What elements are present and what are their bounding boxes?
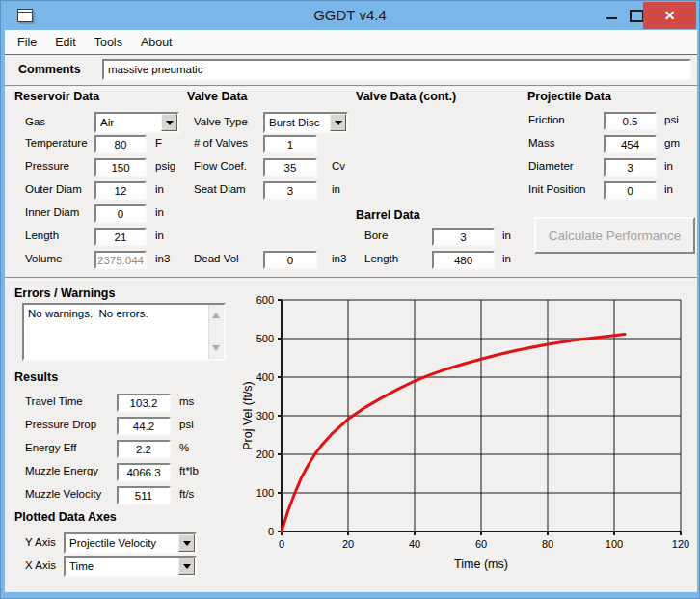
field-label-outer-diam: Outer Diam bbox=[25, 183, 82, 195]
app-window: GGDT v4.4 ✕ File Edit Tools About Commen… bbox=[0, 0, 700, 599]
chevron-down-icon bbox=[183, 564, 191, 573]
field-label-mass: Mass bbox=[528, 137, 554, 149]
chevron-down-icon bbox=[166, 121, 174, 129]
field-input-travel-time[interactable] bbox=[117, 394, 171, 412]
field-label-temperature: Temperature bbox=[25, 137, 88, 149]
menu-edit[interactable]: Edit bbox=[52, 34, 79, 51]
chart-xtick-label: 120 bbox=[672, 538, 689, 550]
field-label-muzzle-velocity: Muzzle Velocity bbox=[25, 488, 101, 500]
chart-ytick-label: 400 bbox=[256, 371, 274, 383]
field-input-init-position[interactable] bbox=[604, 181, 657, 200]
comments-input[interactable] bbox=[102, 59, 691, 80]
field-label-diameter: Diameter bbox=[528, 160, 574, 172]
plotted-data-axes-title: Plotted Data Axes bbox=[14, 510, 117, 524]
menu-bar: File Edit Tools About bbox=[5, 30, 697, 55]
dropdown-arrow-button[interactable] bbox=[330, 114, 346, 131]
field-input-bore[interactable] bbox=[432, 228, 495, 246]
section-title-valve-data-cont: Valve Data (cont.) bbox=[356, 90, 456, 103]
field-input-energy-eff[interactable] bbox=[117, 440, 171, 458]
field-input-inner-diam[interactable] bbox=[94, 204, 147, 223]
chart-y-axis-title: Proj Vel (ft/s) bbox=[241, 381, 255, 450]
field-input-dead-vol[interactable] bbox=[263, 251, 317, 269]
field-unit-muzzle-velocity: ft/s bbox=[179, 488, 194, 500]
field-input-mass[interactable] bbox=[604, 135, 657, 153]
menu-file[interactable]: File bbox=[14, 34, 40, 51]
combo-value-x-axis: Time bbox=[66, 558, 178, 575]
chevron-down-icon bbox=[335, 121, 342, 129]
chart-x-axis-title: Time (ms) bbox=[454, 558, 508, 571]
field-input-flow-coef[interactable] bbox=[263, 158, 317, 177]
field-unit-outer-diam: in bbox=[155, 183, 164, 195]
chart-ytick-label: 600 bbox=[256, 294, 274, 306]
field-input-temperature[interactable] bbox=[94, 135, 147, 153]
field-label-x-axis: X Axis bbox=[25, 559, 56, 571]
field-input-outer-diam[interactable] bbox=[94, 181, 147, 200]
menu-about[interactable]: About bbox=[138, 34, 175, 51]
field-unit-diameter: in bbox=[664, 160, 673, 172]
chart-xtick-label: 20 bbox=[342, 538, 354, 550]
field-input-seat-diam[interactable] bbox=[263, 181, 317, 200]
dropdown-arrow-button[interactable] bbox=[178, 558, 195, 575]
field-label-y-axis: Y Axis bbox=[25, 536, 56, 548]
field-unit-friction: psi bbox=[664, 114, 679, 125]
field-unit-energy-eff: % bbox=[179, 442, 189, 453]
field-label-valve-type: Valve Type bbox=[194, 116, 248, 127]
field-unit-pressure: psig bbox=[155, 160, 175, 172]
field-label-bore: Bore bbox=[364, 230, 388, 241]
separator bbox=[5, 277, 697, 281]
field-label-friction: Friction bbox=[528, 114, 565, 125]
velocity-chart: 0204060801001200100200300400500600Time (… bbox=[240, 288, 697, 587]
minimize-icon bbox=[606, 17, 617, 19]
combo-gas[interactable]: Air bbox=[94, 112, 179, 133]
chart-ytick-label: 300 bbox=[256, 410, 274, 422]
field-input-pressure-drop[interactable] bbox=[117, 417, 171, 435]
field-unit-bore: in bbox=[502, 230, 511, 241]
field-input-volume bbox=[94, 251, 147, 269]
errors-scrollbar[interactable] bbox=[208, 305, 224, 359]
scrollbar-down-icon[interactable] bbox=[212, 345, 220, 355]
close-icon: ✕ bbox=[664, 9, 676, 22]
combo-x-axis[interactable]: Time bbox=[64, 556, 197, 577]
field-label-pressure: Pressure bbox=[25, 160, 69, 172]
field-input-length[interactable] bbox=[94, 228, 147, 246]
chart-ytick-label: 100 bbox=[256, 487, 274, 499]
comments-label: Comments bbox=[18, 63, 81, 76]
field-input-length[interactable] bbox=[432, 251, 495, 269]
section-title-barrel-data: Barrel Data bbox=[356, 208, 420, 222]
field-label-muzzle-energy: Muzzle Energy bbox=[25, 465, 98, 476]
field-input-muzzle-velocity[interactable] bbox=[117, 486, 171, 504]
dropdown-arrow-button[interactable] bbox=[178, 534, 195, 552]
field-input-muzzle-energy[interactable] bbox=[117, 463, 171, 481]
field-unit-muzzle-energy: ft*lb bbox=[179, 465, 199, 476]
field-label-flow-coef: Flow Coef. bbox=[194, 160, 247, 172]
combo-valve-type[interactable]: Burst Disc bbox=[263, 112, 348, 133]
field-label-travel-time: Travel Time bbox=[25, 395, 83, 407]
field-unit-pressure-drop: psi bbox=[179, 419, 194, 430]
close-button[interactable]: ✕ bbox=[643, 2, 696, 29]
chart-xtick-label: 80 bbox=[542, 538, 553, 550]
chart-xtick-label: 60 bbox=[475, 538, 487, 550]
field-label-of-valves: # of Valves bbox=[194, 137, 248, 149]
field-input-pressure[interactable] bbox=[94, 158, 147, 177]
calculate-performance-button[interactable]: Calculate Performance bbox=[534, 217, 695, 254]
maximize-icon bbox=[630, 10, 644, 22]
field-input-of-valves[interactable] bbox=[263, 135, 317, 153]
section-title-results: Results bbox=[14, 370, 58, 384]
minimize-button[interactable] bbox=[597, 1, 626, 30]
combo-y-axis[interactable]: Projectile Velocity bbox=[64, 532, 197, 554]
field-label-seat-diam: Seat Diam bbox=[194, 183, 246, 195]
field-input-friction[interactable] bbox=[604, 112, 657, 130]
field-unit-flow-coef: Cv bbox=[332, 160, 345, 172]
field-label-volume: Volume bbox=[25, 253, 62, 264]
dropdown-arrow-button[interactable] bbox=[161, 114, 177, 131]
field-label-gas: Gas bbox=[25, 116, 45, 127]
form-body: File Edit Tools About Comments Calculate… bbox=[5, 30, 697, 592]
separator bbox=[5, 85, 697, 89]
field-unit-inner-diam: in bbox=[155, 206, 164, 218]
menu-tools[interactable]: Tools bbox=[92, 34, 125, 51]
field-input-diameter[interactable] bbox=[604, 158, 657, 177]
chart-xtick-label: 0 bbox=[279, 538, 284, 550]
field-unit-length: in bbox=[155, 230, 164, 241]
combo-value-y-axis: Projectile Velocity bbox=[66, 534, 178, 552]
scrollbar-up-icon[interactable] bbox=[212, 309, 220, 318]
